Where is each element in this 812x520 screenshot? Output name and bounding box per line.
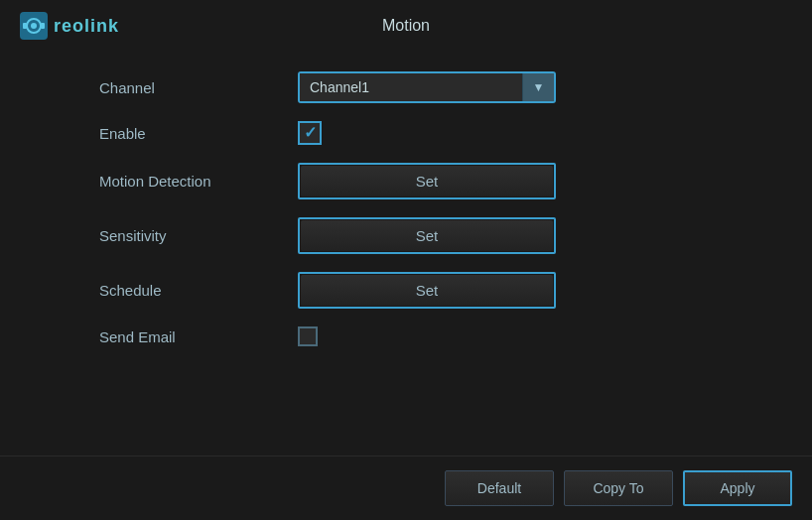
svg-rect-4 xyxy=(41,23,45,29)
checkbox-check-icon: ✓ xyxy=(304,125,317,141)
default-button[interactable]: Default xyxy=(445,470,554,506)
motion-detection-set-wrapper: Set xyxy=(298,163,556,199)
send-email-checkbox[interactable] xyxy=(298,326,318,346)
sensitivity-label: Sensitivity xyxy=(99,227,298,244)
svg-rect-3 xyxy=(23,23,27,29)
schedule-row: Schedule Set xyxy=(99,272,713,309)
schedule-label: Schedule xyxy=(99,282,298,299)
schedule-set-button[interactable]: Set xyxy=(301,275,553,306)
motion-detection-control: Set xyxy=(298,163,713,199)
channel-select[interactable]: Channel1 Channel2 Channel3 Channel4 xyxy=(300,73,554,101)
apply-button[interactable]: Apply xyxy=(683,470,792,506)
main-content: Channel Channel1 Channel2 Channel3 Chann… xyxy=(0,52,812,384)
schedule-control: Set xyxy=(298,272,713,309)
sensitivity-set-button[interactable]: Set xyxy=(301,220,553,251)
channel-select-wrapper[interactable]: Channel1 Channel2 Channel3 Channel4 ▼ xyxy=(298,71,556,103)
sensitivity-row: Sensitivity Set xyxy=(99,217,713,254)
send-email-control xyxy=(298,326,713,346)
logo-text: reolink xyxy=(54,16,119,37)
sensitivity-control: Set xyxy=(298,217,713,254)
header: reolink Motion xyxy=(0,0,812,52)
svg-point-2 xyxy=(31,23,37,29)
logo-area: reolink xyxy=(20,12,119,40)
enable-checkbox[interactable]: ✓ xyxy=(298,121,322,145)
enable-row: Enable ✓ xyxy=(99,121,713,145)
channel-label: Channel xyxy=(99,79,298,96)
enable-label: Enable xyxy=(99,125,298,142)
channel-row: Channel Channel1 Channel2 Channel3 Chann… xyxy=(99,71,713,103)
motion-detection-set-button[interactable]: Set xyxy=(301,166,553,196)
motion-detection-label: Motion Detection xyxy=(99,173,298,190)
send-email-row: Send Email xyxy=(99,326,713,346)
send-email-label: Send Email xyxy=(99,328,298,345)
page-title: Motion xyxy=(382,17,430,35)
sensitivity-set-wrapper: Set xyxy=(298,217,556,254)
channel-control: Channel1 Channel2 Channel3 Channel4 ▼ xyxy=(298,71,713,103)
footer: Default Copy To Apply xyxy=(0,455,812,520)
logo-icon xyxy=(20,12,48,40)
motion-detection-row: Motion Detection Set xyxy=(99,163,713,199)
enable-control: ✓ xyxy=(298,121,713,145)
copy-to-button[interactable]: Copy To xyxy=(564,470,673,506)
schedule-set-wrapper: Set xyxy=(298,272,556,309)
